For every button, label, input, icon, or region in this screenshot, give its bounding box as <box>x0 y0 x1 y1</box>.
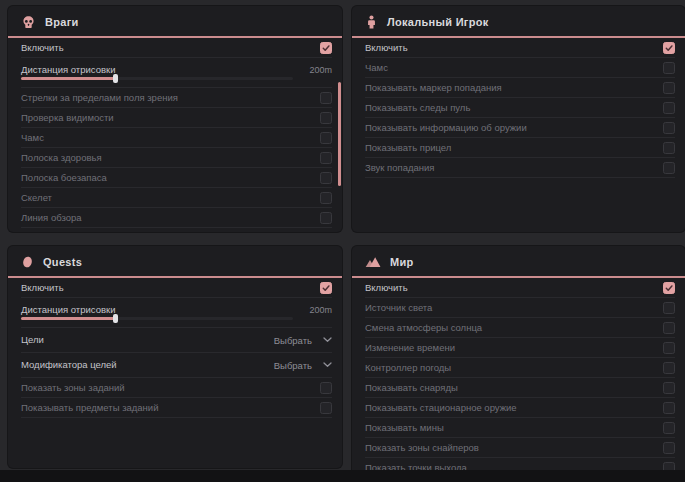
setting-label: Показывать мины <box>365 423 444 433</box>
setting-row: Показывать стационарное оружие <box>365 398 675 418</box>
checkbox[interactable] <box>663 402 675 414</box>
setting-label: Включить <box>365 43 408 53</box>
slider[interactable] <box>21 317 293 320</box>
slider-line: Дистанция отрисовки200m <box>21 305 332 315</box>
checkbox[interactable] <box>663 302 675 314</box>
setting-row: Показать зоны заданий <box>21 378 332 398</box>
setting-label: Показывать предметы заданий <box>21 403 158 413</box>
checkbox[interactable] <box>663 42 675 54</box>
setting-row-slider: Дистанция отрисовки200m <box>21 298 332 328</box>
checkbox[interactable] <box>320 402 332 414</box>
setting-row: Показывать прицел <box>365 138 675 158</box>
setting-label: Включить <box>21 283 64 293</box>
checkbox[interactable] <box>663 82 675 94</box>
setting-label: Модификатора целей <box>21 360 117 370</box>
checkbox[interactable] <box>320 232 332 233</box>
checkbox[interactable] <box>320 382 332 394</box>
panel-enemies: ВрагиВключитьДистанция отрисовки200mСтре… <box>8 6 342 232</box>
checkbox[interactable] <box>320 42 332 54</box>
checkbox[interactable] <box>320 112 332 124</box>
checkbox[interactable] <box>320 212 332 224</box>
dropdown[interactable]: Выбрать <box>274 335 332 346</box>
setting-row: Источник света <box>365 298 675 318</box>
setting-label: Полоска боезапаса <box>21 173 107 183</box>
setting-row: Показывать следы пуль <box>21 228 332 232</box>
dropdown[interactable]: Выбрать <box>274 360 332 371</box>
checkbox[interactable] <box>663 62 675 74</box>
slider-value: 200m <box>309 65 332 75</box>
setting-label: Звук попадания <box>365 163 435 173</box>
setting-label: Показывать стационарное оружие <box>365 403 517 413</box>
setting-row: Контроллер погоды <box>365 358 675 378</box>
checkbox[interactable] <box>320 132 332 144</box>
setting-row: Показывать маркер попадания <box>365 78 675 98</box>
bottom-bar <box>0 470 685 482</box>
panel-header: Мир <box>352 246 685 278</box>
chevron-down-icon <box>323 362 332 368</box>
skull-icon <box>21 15 36 30</box>
checkbox[interactable] <box>663 442 675 454</box>
setting-label: Стрелки за пределами поля зрения <box>21 93 178 103</box>
setting-row: Включить <box>21 278 332 298</box>
mountain-icon <box>365 256 381 268</box>
checkbox[interactable] <box>663 102 675 114</box>
setting-label: Цели <box>21 335 44 345</box>
slider[interactable] <box>21 77 293 80</box>
panel-quests: QuestsВключитьДистанция отрисовки200mЦел… <box>8 246 342 468</box>
checkbox[interactable] <box>663 322 675 334</box>
checkbox[interactable] <box>320 152 332 164</box>
panel-world: МирВключитьИсточник светаСмена атмосферы… <box>352 246 685 482</box>
setting-label: Скелет <box>21 193 52 203</box>
checkbox[interactable] <box>663 122 675 134</box>
setting-label: Проверка видимости <box>21 113 114 123</box>
panel-body: ВключитьДистанция отрисовки200mСтрелки з… <box>8 38 342 232</box>
checkbox[interactable] <box>663 142 675 154</box>
panel-header: Локальный Игрок <box>352 6 685 38</box>
checkbox[interactable] <box>320 282 332 294</box>
setting-label: Показать зоны заданий <box>21 383 125 393</box>
slider-thumb[interactable] <box>113 74 118 83</box>
setting-label: Показывать прицел <box>365 143 451 153</box>
setting-label: Показывать маркер попадания <box>365 83 502 93</box>
checkbox[interactable] <box>663 282 675 294</box>
panel-body: ВключитьЧамсПоказывать маркер попаданияП… <box>352 38 685 178</box>
setting-label: Контроллер погоды <box>365 363 451 373</box>
setting-label: Дистанция отрисовки <box>21 65 115 75</box>
setting-row: Включить <box>365 38 675 58</box>
panel-title: Мир <box>390 256 414 268</box>
setting-label: Чамс <box>21 133 44 143</box>
person-icon <box>365 15 378 29</box>
setting-row: Линия обзора <box>21 208 332 228</box>
setting-label: Смена атмосферы солнца <box>365 323 482 333</box>
panel-title: Враги <box>45 16 79 28</box>
setting-label: Чамс <box>365 63 388 73</box>
setting-row: Полоска боезапаса <box>21 168 332 188</box>
setting-row-slider: Дистанция отрисовки200m <box>21 58 332 88</box>
checkbox[interactable] <box>663 362 675 374</box>
dropdown-value: Выбрать <box>274 335 312 346</box>
checkbox[interactable] <box>320 92 332 104</box>
setting-row: Изменение времени <box>365 338 675 358</box>
checkbox[interactable] <box>663 342 675 354</box>
panel-title: Локальный Игрок <box>387 16 489 28</box>
checkbox[interactable] <box>663 382 675 394</box>
panel-body: ВключитьДистанция отрисовки200mЦелиВыбра… <box>8 278 342 418</box>
slider-fill <box>21 317 116 320</box>
setting-row: Показывать предметы заданий <box>21 398 332 418</box>
slider-line: Дистанция отрисовки200m <box>21 65 332 75</box>
slider-fill <box>21 77 116 80</box>
scrollbar[interactable] <box>338 82 341 186</box>
checkbox[interactable] <box>663 162 675 174</box>
setting-row: Чамс <box>21 128 332 148</box>
slider-value: 200m <box>309 305 332 315</box>
checkbox[interactable] <box>320 192 332 204</box>
setting-row-select: Модификатора целейВыбрать <box>21 353 332 378</box>
setting-row: Показывать снаряды <box>365 378 675 398</box>
slider-thumb[interactable] <box>113 314 118 323</box>
setting-row: Скелет <box>21 188 332 208</box>
setting-label: Показывать снаряды <box>365 383 458 393</box>
checkbox[interactable] <box>320 172 332 184</box>
checkbox[interactable] <box>663 422 675 434</box>
setting-row: Показывать мины <box>365 418 675 438</box>
setting-label: Показывать информацию об оружии <box>365 123 527 133</box>
